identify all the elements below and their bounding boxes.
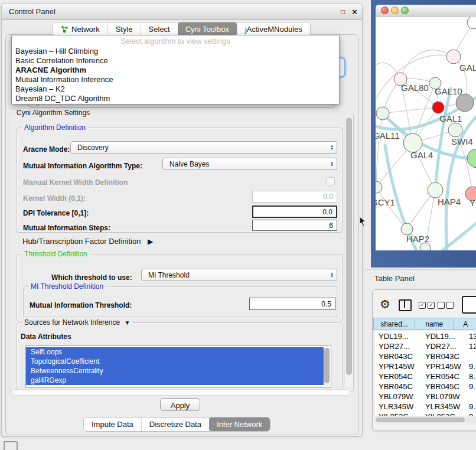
- network-node-HAP4[interactable]: [428, 182, 443, 198]
- tab-style[interactable]: Style: [107, 22, 141, 36]
- close-icon[interactable]: ×: [352, 6, 357, 17]
- network-node-label: GAL4: [410, 150, 433, 160]
- table-horizontal-scrollbar-thumb[interactable]: [376, 418, 465, 422]
- data-attribute-item[interactable]: gal4RGexp: [26, 376, 324, 385]
- network-node-gray-node[interactable]: [456, 94, 474, 112]
- network-node-label: GAL1: [439, 113, 462, 123]
- mouse-cursor: [359, 216, 369, 227]
- collapsed-arrow-icon[interactable]: ▶: [148, 237, 153, 246]
- table-row[interactable]: YDR27...YDR27...12: [374, 341, 476, 351]
- panel-divider: [365, 269, 476, 270]
- network-node-GCY1[interactable]: [376, 181, 382, 193]
- network-window-titlebar[interactable]: [376, 5, 476, 18]
- tab-select[interactable]: Select: [141, 22, 178, 36]
- table-header-row: shared...nameA: [374, 318, 476, 330]
- table-cell: YBL079W: [374, 392, 421, 402]
- tab-jactivemnodules[interactable]: jActiveMNodules: [237, 22, 310, 36]
- table-row[interactable]: YER054CYER054C8.: [374, 371, 476, 381]
- table-horizontal-scrollbar[interactable]: [374, 416, 476, 423]
- network-node-GAL1[interactable]: [432, 102, 444, 113]
- mi-steps-field[interactable]: [252, 220, 337, 231]
- table-row[interactable]: YPR145WYPR145W9.: [374, 361, 476, 371]
- algorithm-definition-group: Algorithm Definition Aracne Mode: Discov…: [17, 128, 343, 233]
- columns-icon[interactable]: [399, 299, 412, 311]
- dpi-tolerance-field[interactable]: [252, 206, 337, 218]
- table-cell: YBR045C: [421, 381, 465, 392]
- algorithm-option[interactable]: Bayesian – K2: [12, 84, 339, 94]
- expanded-arrow-icon[interactable]: ▼: [124, 319, 130, 326]
- settings-horizontal-scrollbar[interactable]: [11, 389, 350, 396]
- data-attribute-item[interactable]: TopologicalCoefficient: [26, 357, 324, 366]
- algorithm-option[interactable]: Mutual Information Inference: [12, 75, 339, 84]
- tab-network[interactable]: Network: [53, 22, 107, 36]
- data-attributes-list[interactable]: SelfLoopsTopologicalCoefficientBetweenne…: [25, 345, 331, 388]
- mi-threshold-definition-title: MI Threshold Definition: [28, 282, 106, 291]
- network-node-SWI4[interactable]: [448, 123, 462, 137]
- attributes-scrollbar[interactable]: [324, 347, 330, 386]
- which-threshold-combo[interactable]: MI Threshold ▲▼: [141, 269, 337, 281]
- mi-algorithm-type-combo[interactable]: Naive Bayes ▲▼: [162, 158, 337, 170]
- table-cell: YPR145W: [374, 361, 421, 371]
- table-cell: YLR345W: [421, 402, 465, 412]
- close-traffic-light[interactable]: [381, 6, 389, 14]
- table-cell: [465, 351, 476, 361]
- deselect-all-checkboxes-icon[interactable]: [438, 302, 454, 309]
- network-node-bottom-partial[interactable]: [420, 243, 431, 250]
- network-edge[interactable]: [376, 187, 407, 229]
- aracne-mode-combo[interactable]: Discovery ▲▼: [70, 141, 337, 154]
- table-cell: 9.: [465, 381, 476, 392]
- table-row[interactable]: YBR045CYBR045C9.: [374, 381, 476, 392]
- table-cell: YDR27...: [421, 341, 465, 351]
- column-header[interactable]: A: [454, 318, 476, 330]
- sources-group-title[interactable]: Sources for Network Inference ▼: [22, 318, 132, 327]
- document-icon[interactable]: [462, 296, 476, 314]
- column-header[interactable]: name: [415, 318, 454, 330]
- hub-tf-definition-toggle[interactable]: Hub/Transcription Factor Definition ▶: [22, 237, 153, 246]
- settings-scrollbar[interactable]: [344, 115, 353, 387]
- table-row[interactable]: YLR345WYLR345W9.: [374, 402, 476, 412]
- network-canvas[interactable]: GAL2GAL80GAL10GAL1GAL11SWI4GAL4GCY1HAP4Y…: [376, 17, 476, 250]
- window-title: Control Panel: [9, 4, 56, 19]
- settings-scrollbar-thumb[interactable]: [346, 118, 352, 375]
- table-row[interactable]: YBL079WYBL079W: [374, 392, 476, 402]
- collapsed-panel-icon[interactable]: [4, 441, 18, 450]
- network-edge[interactable]: [376, 113, 383, 187]
- select-all-checkboxes-icon[interactable]: ✓✓: [419, 302, 435, 309]
- network-node-GAL2[interactable]: [446, 50, 461, 64]
- zoom-traffic-light[interactable]: [401, 6, 409, 14]
- table-cell: 9.: [465, 361, 476, 371]
- attributes-scrollbar-thumb[interactable]: [324, 348, 330, 383]
- tab-infer-network[interactable]: Infer Network: [209, 418, 270, 431]
- float-window-icon[interactable]: □: [341, 8, 345, 16]
- algorithm-option[interactable]: Bayesian – Hill Climbing: [12, 47, 339, 56]
- network-edge[interactable]: [383, 107, 438, 113]
- algorithm-definition-title: Algorithm Definition: [22, 123, 88, 132]
- table-cell: 13: [465, 331, 476, 341]
- apply-button[interactable]: Apply: [160, 398, 200, 411]
- network-node-top-partial[interactable]: [467, 17, 476, 29]
- network-node-HAP2[interactable]: [401, 223, 413, 235]
- column-header[interactable]: shared...: [373, 318, 415, 330]
- data-attribute-item[interactable]: BetweennessCentrality: [26, 366, 324, 376]
- tab-cyni-toolbox[interactable]: Cyni Toolbox: [178, 22, 237, 36]
- table-cell: YER054C: [421, 371, 465, 381]
- table-row[interactable]: YIL052CYIL052C9: [374, 412, 476, 416]
- table-row[interactable]: YDL19...YDL19...13: [374, 331, 476, 341]
- gear-icon[interactable]: ⚙: [380, 297, 390, 311]
- tab-impute-data[interactable]: Impute Data: [84, 418, 141, 431]
- network-node-GAL11[interactable]: [376, 107, 389, 120]
- mi-threshold-field[interactable]: [249, 298, 335, 310]
- tab-label: Select: [149, 25, 170, 34]
- stepper-icon: ▲▼: [330, 272, 334, 278]
- network-edge[interactable]: [400, 50, 454, 79]
- table-cell: YDL19...: [374, 331, 421, 341]
- manual-kernel-width-checkbox[interactable]: [326, 177, 335, 186]
- network-node-green-big[interactable]: [467, 149, 476, 168]
- algorithm-option[interactable]: Dream8 DC_TDC Algorithm: [12, 94, 339, 103]
- table-row[interactable]: YBR043CYBR043C: [374, 351, 476, 361]
- algorithm-option[interactable]: ARACNE Algorithm: [12, 66, 339, 75]
- minimize-traffic-light[interactable]: [391, 6, 399, 14]
- tab-discretize-data[interactable]: Discretize Data: [141, 418, 209, 431]
- data-attribute-item[interactable]: SelfLoops: [26, 347, 324, 357]
- algorithm-option[interactable]: Basic Correlation Inference: [12, 56, 339, 66]
